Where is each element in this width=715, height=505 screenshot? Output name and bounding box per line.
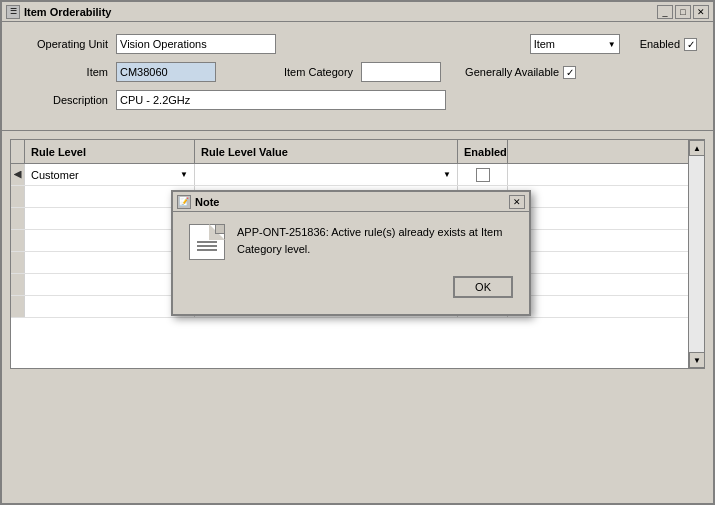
note-line [197,241,217,243]
row-indicator-cell [11,252,25,273]
dropdown-arrow-icon: ▼ [180,170,188,179]
row-indicator-cell [11,230,25,251]
item-type-value: Item [534,38,555,50]
row-indicator-cell [11,164,25,185]
generally-available-label: Generally Available [465,66,559,78]
rule-level-cell[interactable]: ▼ [25,252,195,273]
rule-level-value-dropdown[interactable]: ▼ [201,170,451,179]
window-title: Item Orderability [24,6,111,18]
modal-close-button[interactable]: ✕ [509,195,525,209]
form-row-3: Description [18,90,697,110]
note-icon [189,224,225,260]
modal-buttons: OK [189,276,513,298]
form-row-2: Item Item Category Generally Available [18,62,697,82]
modal-content-row: APP-ONT-251836: Active rule(s) already e… [189,224,513,260]
item-type-arrow: ▼ [608,40,616,49]
modal-message: APP-ONT-251836: Active rule(s) already e… [237,224,513,257]
ok-button[interactable]: OK [453,276,513,298]
row-indicator-cell [11,296,25,317]
modal-title-bar: 📝 Note ✕ [173,192,529,212]
rule-level-cell[interactable]: Customer ▼ [25,164,195,185]
rule-level-dropdown[interactable]: Customer ▼ [31,169,188,181]
generally-available-checkbox[interactable] [563,66,576,79]
description-input[interactable] [116,90,446,110]
modal-icon: 📝 [177,195,191,209]
table-container: Rule Level Rule Level Value Enabled Cust… [10,139,705,369]
note-line [197,249,217,251]
row-indicator-cell [11,208,25,229]
modal-body: APP-ONT-251836: Active rule(s) already e… [173,212,529,314]
form-row-1: Operating Unit Item ▼ Enabled [18,34,697,54]
title-controls: _ □ ✕ [657,5,709,19]
item-category-input[interactable] [361,62,441,82]
col-header-enabled: Enabled [458,140,508,163]
scroll-down-button[interactable]: ▼ [689,352,705,368]
item-type-select[interactable]: Item ▼ [530,34,620,54]
row-indicator-cell [11,186,25,207]
window-icon: ☰ [6,5,20,19]
note-dialog: 📝 Note ✕ APP-ONT-251836: Active rul [171,190,531,316]
row-indicator [14,171,22,179]
note-line [197,245,217,247]
maximize-button[interactable]: □ [675,5,691,19]
rule-level-value: Customer [31,169,79,181]
scroll-track [689,156,704,352]
enabled-label: Enabled [640,38,680,50]
title-bar: ☰ Item Orderability _ □ ✕ [2,2,713,22]
rule-level-cell[interactable]: ▼ [25,186,195,207]
title-bar-left: ☰ Item Orderability [6,5,111,19]
item-input[interactable] [116,62,216,82]
col-header-rule-level-value: Rule Level Value [195,140,458,163]
enabled-checkbox[interactable] [684,38,697,51]
close-button[interactable]: ✕ [693,5,709,19]
item-label: Item [18,66,108,78]
note-icon-lines [197,241,217,251]
rule-level-cell[interactable]: ▼ [25,230,195,251]
enabled-row-checkbox[interactable] [476,168,490,182]
rule-level-cell[interactable]: ▼ [25,208,195,229]
description-label: Description [18,94,108,106]
col-header-rule-level: Rule Level [25,140,195,163]
item-category-label: Item Category [284,66,353,78]
rule-level-value-cell[interactable]: ▼ [195,164,458,185]
modal-title-left: 📝 Note [177,195,219,209]
row-indicator-cell [11,274,25,295]
form-area: Operating Unit Item ▼ Enabled Item Item … [2,22,713,126]
enabled-cell [458,164,508,185]
operating-unit-input[interactable] [116,34,276,54]
rule-level-cell[interactable]: ▼ [25,296,195,317]
table-row: Customer ▼ ▼ [11,164,704,186]
modal-title: Note [195,196,219,208]
minimize-button[interactable]: _ [657,5,673,19]
scroll-up-button[interactable]: ▲ [689,140,705,156]
divider [2,130,713,131]
scrollbar[interactable]: ▲ ▼ [688,140,704,368]
main-window: ☰ Item Orderability _ □ ✕ Operating Unit… [0,0,715,505]
table-header: Rule Level Rule Level Value Enabled [11,140,704,164]
operating-unit-label: Operating Unit [18,38,108,50]
rule-level-dropdown[interactable]: ▼ [31,192,188,201]
dropdown-arrow-icon-2: ▼ [443,170,451,179]
rule-level-cell[interactable]: ▼ [25,274,195,295]
